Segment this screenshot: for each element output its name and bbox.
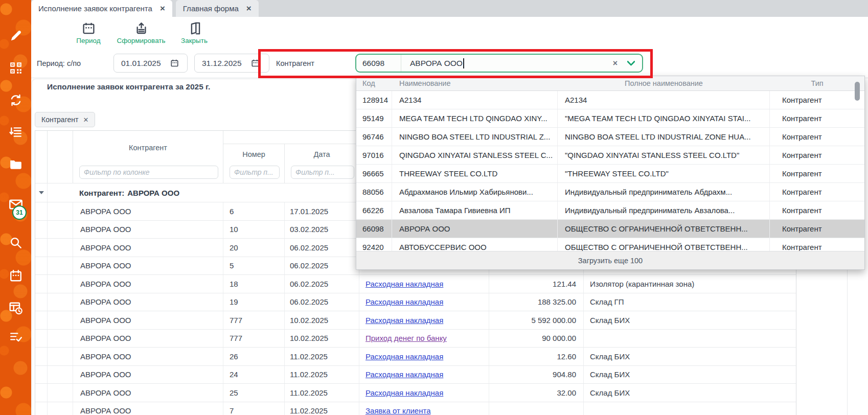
number-cell: 25 [223, 384, 285, 402]
spacer-cell [48, 366, 73, 384]
counterparty-cell: АВРОРА ООО [73, 221, 223, 239]
document-link[interactable]: Расходная накладная [366, 388, 443, 397]
column-header-date[interactable]: Дата [285, 144, 359, 165]
expand-cell [35, 311, 48, 329]
dropdown-scrollbar-thumb[interactable] [855, 82, 860, 101]
date-to-field[interactable] [194, 54, 269, 73]
generate-button-label: Сформировать [117, 37, 165, 44]
number-column-filter-input[interactable] [230, 166, 280, 179]
date-from-field[interactable] [113, 54, 188, 73]
dropdown-row[interactable]: 88056Абдрахманов Ильмир Хабирьянови...Ин… [356, 183, 864, 201]
chip-remove-icon[interactable]: ✕ [83, 116, 88, 124]
amount-cell: 904.80 [489, 366, 584, 384]
amount-cell: 12.60 [489, 348, 584, 365]
dropdown-row[interactable]: 96746NINGBO BOA STEEL LTD INDUSTRIAL Z..… [356, 128, 864, 146]
triangle-down-icon [39, 191, 44, 194]
counterparty-column-filter-input[interactable] [79, 166, 218, 179]
number-cell: 18 [223, 275, 285, 293]
text-cursor [463, 58, 464, 68]
date-from-input[interactable] [114, 59, 170, 68]
close-button-label: Закрыть [181, 37, 208, 44]
pencil-icon[interactable] [0, 29, 31, 43]
generate-button[interactable]: Сформировать [109, 21, 173, 44]
dropdown-cell: NINGBO BOA STEEL LTD INDUSTRIAL ZONE HUA… [558, 128, 770, 146]
generate-icon [134, 21, 148, 35]
date-cell: 11.02.2025 [285, 402, 359, 415]
counterparty-name-input[interactable]: АВРОРА ООО [401, 58, 642, 68]
date-column-filter-input[interactable] [291, 166, 354, 179]
dropdown-cell: Контрагент [770, 183, 864, 201]
document-cell: Расходная накладная [359, 366, 489, 384]
dropdown-row[interactable]: 66226Авзалова Тамара Гивиевна ИПИндивиду… [356, 201, 864, 220]
expand-cell [35, 202, 48, 220]
number-cell: 24 [223, 366, 285, 384]
dropdown-cell: A2134 [558, 91, 770, 109]
dropdown-cell: THREEWAY STEEL CO.LTD [392, 165, 558, 182]
dropdown-cell: Авзалова Тамара Гивиевна ИП [392, 201, 558, 219]
document-link[interactable]: Расходная накладная [366, 370, 443, 379]
dropdown-row[interactable]: 96665THREEWAY STEEL CO.LTD"THREEWAY STEE… [356, 165, 864, 183]
tab-ispolnenie-zayavok[interactable]: Исполнение заявок контрагента × [31, 0, 172, 17]
tab-close-icon[interactable]: × [160, 4, 165, 13]
calendar-icon[interactable] [251, 59, 260, 67]
report-clock-icon[interactable] [0, 301, 31, 315]
tab-close-icon[interactable]: × [246, 4, 252, 13]
table-row: АВРОРА ООО711.02.2025Заявка от клиента [35, 402, 796, 415]
document-link[interactable]: Расходная накладная [366, 316, 443, 325]
spacer-cell [48, 402, 73, 415]
folder-icon[interactable] [0, 157, 31, 172]
counterparty-name: АВРОРА ООО [410, 59, 463, 68]
calendar-icon[interactable] [170, 59, 179, 67]
collapse-group-button[interactable] [35, 183, 48, 202]
dropdown-row[interactable]: 128914A2134A2134Контрагент [356, 91, 864, 109]
dropdown-row[interactable]: 66098АВРОРА ООООБЩЕСТВО С ОГРАНИЧЕННОЙ О… [356, 220, 864, 238]
dropdown-cell: 88056 [356, 183, 392, 201]
spacer-cell [48, 221, 73, 239]
document-link[interactable]: Приход денег по банку [366, 334, 447, 342]
qr-code-icon[interactable] [0, 61, 31, 75]
document-link[interactable]: Расходная накладная [366, 352, 443, 361]
dropdown-cell: Контрагент [770, 91, 864, 109]
document-link[interactable]: Расходная накладная [366, 297, 443, 306]
column-header-counterparty[interactable]: Контрагент [73, 131, 223, 165]
counterparty-code[interactable]: 66098 [356, 55, 401, 72]
counterparty-dropdown: КодНаименованиеПолное наименованиеТип 12… [356, 76, 865, 270]
dropdown-row[interactable]: 97016QINGDAO XINYATAI STANLESS STEEL C..… [356, 146, 864, 165]
document-link[interactable]: Заявка от клиента [366, 406, 430, 415]
close-button[interactable]: Закрыть [175, 21, 213, 44]
search-icon[interactable] [0, 236, 31, 250]
sync-icon[interactable] [0, 93, 31, 107]
dropdown-cell: Контрагент [770, 128, 864, 146]
dropdown-cell: Абдрахманов Ильмир Хабирьянови... [392, 183, 558, 201]
expand-cell [35, 330, 48, 348]
tab-glavnaya-forma[interactable]: Главная форма × [176, 0, 259, 17]
counterparty-combo[interactable]: 66098 АВРОРА ООО × [355, 54, 643, 73]
table-row: АВРОРА ООО1906.02.2025Расходная накладна… [35, 293, 796, 311]
document-link[interactable]: Расходная накладная [366, 280, 443, 288]
print-list-icon[interactable] [0, 125, 31, 140]
table-row: АВРОРА ООО2411.02.2025Расходная накладна… [35, 365, 796, 384]
chevron-down-icon[interactable] [627, 55, 635, 72]
date-to-input[interactable] [195, 59, 251, 68]
column-header-number[interactable]: Номер [223, 144, 285, 165]
report-title: Исполнение заявок контрагента за 2025 г. [47, 82, 210, 91]
amount-cell: 121.44 [489, 275, 584, 293]
app-window: 31 Исполнение заявок контрагента × Главн… [0, 0, 868, 415]
period-button[interactable]: Период [72, 21, 105, 44]
calendar-icon[interactable] [0, 269, 31, 283]
clear-icon[interactable]: × [613, 55, 618, 72]
checklist-icon[interactable] [0, 330, 31, 344]
warehouse-cell [584, 330, 796, 348]
counterparty-filter-chip[interactable]: Контрагент ✕ [35, 112, 95, 127]
load-more-button[interactable]: Загрузить еще 100 [356, 251, 864, 269]
spacer-cell [48, 384, 73, 402]
document-cell: Расходная накладная [359, 348, 489, 365]
group-label: Контрагент: [79, 189, 124, 197]
dropdown-column-header: Тип [770, 76, 864, 90]
counterparty-cell: АВРОРА ООО [73, 293, 223, 311]
dropdown-column-header: Код [356, 76, 392, 90]
dropdown-row[interactable]: 95149MEGA TEAM TECH LTD QINGDAO XINY..."… [356, 109, 864, 128]
date-cell: 10.02.2025 [285, 330, 359, 348]
amount-cell: 188 325.00 [489, 293, 584, 311]
counterparty-cell: АВРОРА ООО [73, 348, 223, 365]
